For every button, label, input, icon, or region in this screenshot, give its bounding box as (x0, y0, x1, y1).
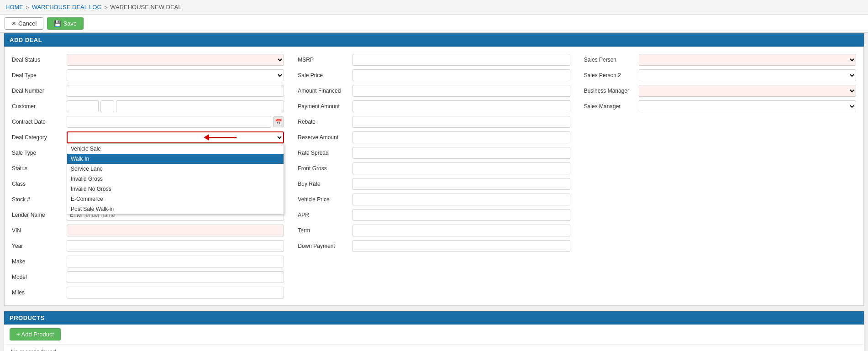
year-input[interactable] (67, 240, 284, 252)
products-header: PRODUCTS (4, 311, 864, 325)
msrp-input[interactable]: $0.00 (352, 54, 570, 66)
front-gross-label: Front Gross (298, 165, 352, 172)
rebate-label: Rebate (298, 119, 352, 125)
term-row: Term (298, 224, 570, 237)
reserve-amount-label: Reserve Amount (298, 134, 352, 141)
sales-person-select[interactable] (639, 54, 856, 66)
business-manager-select[interactable] (639, 85, 856, 97)
front-gross-input[interactable]: $0.00 (352, 162, 570, 174)
sales-person-label: Sales Person (584, 57, 639, 63)
save-icon: 💾 (54, 20, 61, 27)
year-label: Year (12, 243, 67, 249)
dropdown-item-vehicle-sale[interactable]: Vehicle Sale (67, 144, 284, 154)
contract-date-label: Contract Date (12, 119, 67, 125)
make-input[interactable] (67, 256, 284, 267)
breadcrumb-current: WAREHOUSE NEW DEAL (110, 4, 181, 10)
cancel-button[interactable]: ✕ Cancel (5, 17, 43, 30)
customer-label: Customer (12, 103, 67, 110)
sales-manager-row: Sales Manager (584, 100, 856, 113)
sales-manager-select[interactable] (639, 100, 856, 112)
arrow-indicator (204, 134, 237, 141)
sale-type-label: Sale Type (12, 150, 67, 156)
vin-input[interactable] (67, 225, 284, 236)
calendar-icon[interactable]: 📅 (273, 116, 284, 127)
deal-category-wrap: Vehicle Sale Walk-In Service Lane Invali… (67, 131, 284, 143)
business-manager-row: Business Manager (584, 84, 856, 97)
deal-status-select[interactable] (67, 54, 284, 66)
deal-number-input[interactable] (67, 85, 284, 97)
buy-rate-label: Buy Rate (298, 181, 352, 187)
amount-financed-row: Amount Financed $0.00 (298, 84, 570, 97)
amount-financed-label: Amount Financed (298, 88, 352, 94)
dropdown-item-ecommerce[interactable]: E-Commerce (67, 194, 284, 204)
msrp-row: MSRP $0.00 (298, 53, 570, 66)
down-payment-label: Down Payment (298, 243, 352, 249)
sale-price-row: Sale Price $0.00 (298, 69, 570, 82)
dropdown-item-invalid-no-gross[interactable]: Invalid No Gross (67, 184, 284, 194)
sales-person2-label: Sales Person 2 (584, 72, 639, 79)
cancel-icon: ✕ (11, 20, 16, 27)
add-product-button[interactable]: + Add Product (10, 328, 61, 341)
down-payment-row: Down Payment $0.00 (298, 240, 570, 252)
miles-input[interactable] (67, 287, 284, 299)
payment-amount-input[interactable]: $0.00 (352, 100, 570, 112)
buy-rate-input[interactable]: 0.0000 (352, 178, 570, 190)
reserve-amount-input[interactable]: $0.00 (352, 131, 570, 143)
arrow-line (209, 137, 237, 138)
vin-label: VIN (12, 227, 67, 234)
rate-spread-input[interactable]: 0.0000 (352, 147, 570, 159)
term-input[interactable] (352, 225, 570, 236)
rate-spread-label: Rate Spread (298, 150, 352, 156)
sale-price-input[interactable]: $0.00 (352, 69, 570, 81)
model-row: Model (12, 271, 284, 283)
dropdown-item-service-lane[interactable]: Service Lane (67, 164, 284, 174)
breadcrumb: HOME > WAREHOUSE DEAL LOG > WAREHOUSE NE… (0, 0, 868, 15)
term-label: Term (298, 227, 352, 234)
amount-financed-input[interactable]: $0.00 (352, 85, 570, 97)
customer-middle-input[interactable] (100, 100, 114, 112)
customer-input-group (67, 100, 284, 112)
deal-category-select[interactable] (67, 131, 284, 143)
middle-form-column: MSRP $0.00 Sale Price $0.00 Amount Finan… (298, 53, 570, 299)
sales-person2-select[interactable] (639, 69, 856, 81)
deal-type-label: Deal Type (12, 72, 67, 79)
customer-first-input[interactable] (67, 100, 99, 112)
products-toolbar: + Add Product (4, 325, 864, 345)
sales-person-row: Sales Person (584, 53, 856, 66)
front-gross-row: Front Gross $0.00 (298, 162, 570, 175)
business-manager-label: Business Manager (584, 88, 639, 94)
model-input[interactable] (67, 271, 284, 283)
deal-category-label: Deal Category (12, 134, 67, 141)
customer-last-input[interactable] (116, 100, 284, 112)
rebate-input[interactable]: $0.00 (352, 116, 570, 128)
payment-amount-label: Payment Amount (298, 103, 352, 110)
vin-row: VIN (12, 224, 284, 237)
breadcrumb-home[interactable]: HOME (5, 4, 23, 10)
dropdown-item-invalid-gross[interactable]: Invalid Gross (67, 174, 284, 184)
class-label: Class (12, 181, 67, 187)
miles-row: Miles (12, 286, 284, 299)
no-records-message: No records found (4, 345, 864, 351)
save-button[interactable]: 💾 Save (47, 17, 84, 30)
vehicle-price-label: Vehicle Price (298, 196, 352, 203)
payment-amount-row: Payment Amount $0.00 (298, 100, 570, 113)
apr-input[interactable]: 0.0000 (352, 209, 570, 221)
msrp-label: MSRP (298, 57, 352, 63)
dropdown-item-post-sale-walk-in[interactable]: Post Sale Walk-in (67, 204, 284, 214)
left-form-column: Deal Status Deal Type Deal Number (12, 53, 284, 299)
deal-category-dropdown: Vehicle Sale Walk-In Service Lane Invali… (67, 143, 284, 215)
contract-date-input[interactable]: 07/15/2021 (67, 116, 271, 128)
dropdown-item-walk-in[interactable]: Walk-In (67, 154, 284, 164)
breadcrumb-warehouse-deal-log[interactable]: WAREHOUSE DEAL LOG (32, 4, 102, 10)
deal-number-row: Deal Number (12, 84, 284, 97)
down-payment-input[interactable]: $0.00 (352, 240, 570, 252)
make-row: Make (12, 255, 284, 268)
vehicle-price-row: Vehicle Price $0.00 (298, 193, 570, 206)
sales-person2-row: Sales Person 2 (584, 69, 856, 82)
customer-row: Customer (12, 100, 284, 113)
toolbar: ✕ Cancel 💾 Save (0, 15, 868, 33)
year-row: Year (12, 240, 284, 252)
deal-type-select[interactable] (67, 69, 284, 81)
vehicle-price-input[interactable]: $0.00 (352, 194, 570, 205)
deal-category-row: Deal Category Vehicle Sale Walk-In Servi… (12, 131, 284, 144)
